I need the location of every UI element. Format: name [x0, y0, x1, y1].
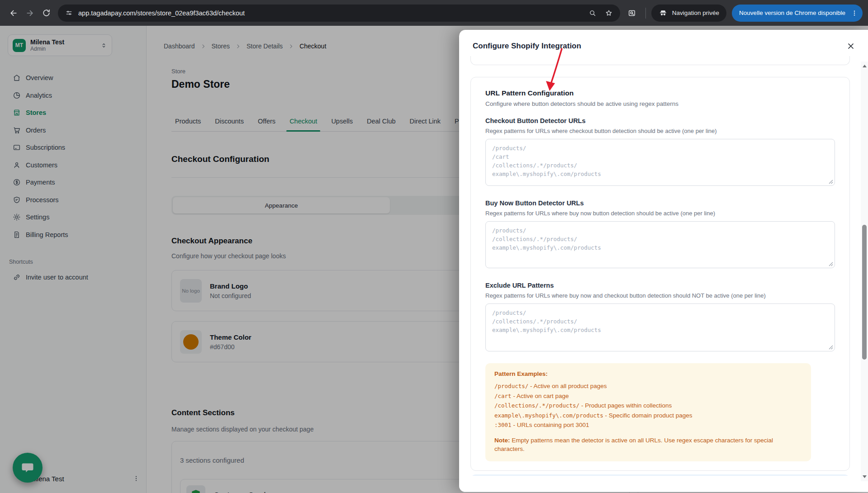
exclude-patterns-field: Exclude URL Patterns Regex patterns for … [485, 282, 835, 351]
reload-icon [42, 9, 51, 17]
bookmark-star-icon[interactable] [605, 9, 613, 17]
close-icon [846, 42, 855, 51]
field-helper: Regex patterns for URLs where checkout b… [485, 128, 835, 134]
screen: app.tagadapay.com/stores/store_02ea9f3ac… [0, 0, 868, 493]
buy-now-detector-field: Buy Now Button Detector URLs Regex patte… [485, 199, 835, 268]
example-line: /products/ - Active on all product pages [494, 381, 802, 391]
url-pattern-card: URL Pattern Configuration Configure wher… [470, 77, 850, 471]
resize-handle-icon[interactable] [829, 262, 833, 266]
chrome-update-label: Nouvelle version de Chrome disponible [739, 9, 845, 16]
examples-note: Note: Empty patterns mean the detector i… [494, 436, 802, 453]
drawer-footer [459, 476, 868, 492]
browser-reload-button[interactable] [38, 5, 54, 21]
buy-now-detector-textarea[interactable] [485, 221, 835, 268]
chrome-update-button[interactable]: Nouvelle version de Chrome disponible [732, 5, 863, 22]
url-text[interactable]: app.tagadapay.com/stores/store_02ea9f3ac… [78, 9, 580, 17]
exclude-patterns-textarea[interactable] [485, 303, 835, 351]
incognito-icon [659, 9, 668, 18]
drawer-scrollbar[interactable] [861, 62, 868, 481]
browser-back-button[interactable] [5, 5, 22, 21]
arrow-left-icon [9, 9, 18, 18]
incognito-label: Navigation privée [672, 9, 719, 16]
arrow-right-icon [25, 9, 34, 18]
zoom-icon[interactable] [588, 9, 597, 17]
pattern-examples-box: Pattern Examples: /products/ - Active on… [485, 363, 811, 461]
field-helper: Regex patterns for URLs where buy now bu… [485, 210, 835, 217]
resize-handle-icon[interactable] [829, 345, 833, 350]
incognito-badge: Navigation privée [651, 5, 726, 22]
tab-search-button[interactable] [624, 5, 640, 21]
shopify-integration-drawer: Configure Shopify Integration URL Patter… [459, 30, 868, 492]
close-button[interactable] [845, 41, 856, 52]
field-helper: Regex patterns for URLs where buy now an… [485, 292, 835, 299]
example-line: example\.myshopify\.com/products - Speci… [494, 411, 802, 421]
kebab-menu-icon [851, 9, 858, 17]
examples-title: Pattern Examples: [494, 370, 802, 377]
browser-forward-button[interactable] [22, 5, 38, 21]
drawer-title: Configure Shopify Integration [473, 42, 854, 51]
example-line: /collections/.*/products/ - Product page… [494, 401, 802, 411]
previous-card-remnant [470, 56, 850, 65]
drawer-header: Configure Shopify Integration [459, 30, 868, 56]
site-settings-icon[interactable] [65, 9, 73, 17]
checkout-detector-textarea[interactable] [485, 139, 835, 186]
scroll-up-arrow[interactable] [861, 62, 868, 70]
url-pattern-subtitle: Configure where button detectors should … [485, 100, 835, 107]
resize-handle-icon[interactable] [829, 180, 833, 184]
browser-toolbar: app.tagadapay.com/stores/store_02ea9f3ac… [0, 0, 868, 26]
field-label: Checkout Button Detector URLs [485, 117, 835, 124]
example-line: :3001 - URLs containing port 3001 [494, 420, 802, 430]
address-bar[interactable]: app.tagadapay.com/stores/store_02ea9f3ac… [58, 5, 620, 22]
field-label: Buy Now Button Detector URLs [485, 199, 835, 207]
example-line: /cart - Active on cart page [494, 391, 802, 401]
url-pattern-title: URL Pattern Configuration [485, 89, 835, 97]
drawer-body: URL Pattern Configuration Configure wher… [459, 56, 868, 492]
toolbar-divider [645, 8, 646, 19]
checkout-detector-field: Checkout Button Detector URLs Regex patt… [485, 117, 835, 186]
scrollbar-thumb[interactable] [862, 225, 867, 360]
tab-search-icon [627, 9, 636, 18]
field-label: Exclude URL Patterns [485, 282, 835, 289]
scroll-down-arrow[interactable] [861, 473, 868, 480]
